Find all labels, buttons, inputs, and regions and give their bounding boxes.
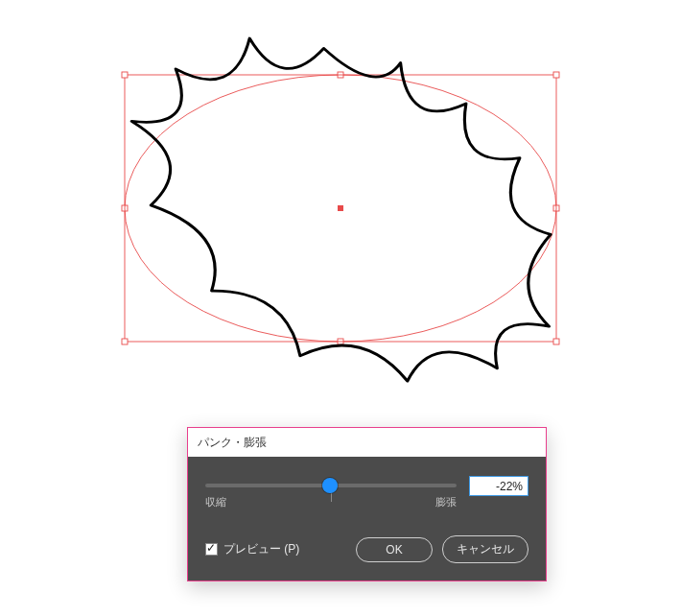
handle-bottom-right[interactable] [553, 339, 559, 344]
slider-label-bloat: 膨張 [435, 495, 457, 509]
button-row: プレビュー (P) OK キャンセル [205, 535, 528, 563]
preview-checkbox[interactable] [205, 543, 218, 556]
slider-row: 収縮 膨張 [205, 474, 528, 518]
preview-checkbox-group[interactable]: プレビュー (P) [205, 541, 346, 557]
handle-top-right[interactable] [553, 72, 559, 78]
slider-label-pucker: 収縮 [205, 495, 226, 509]
handle-top-left[interactable] [122, 72, 128, 78]
ok-button[interactable]: OK [356, 537, 433, 562]
cancel-button[interactable]: キャンセル [442, 535, 528, 563]
pucker-bloat-dialog: パンク・膨張 収縮 膨張 プレビュー (P) OK キャンセル [187, 427, 547, 581]
dialog-title: パンク・膨張 [188, 428, 546, 457]
slider-value-input[interactable] [469, 476, 528, 496]
artwork-canvas[interactable] [0, 0, 681, 413]
preview-label: プレビュー (P) [223, 541, 299, 557]
slider-thumb[interactable] [322, 478, 338, 493]
dialog-body: 収縮 膨張 プレビュー (P) OK キャンセル [188, 457, 546, 580]
center-dot [338, 205, 343, 211]
handle-bottom-left[interactable] [122, 339, 128, 344]
